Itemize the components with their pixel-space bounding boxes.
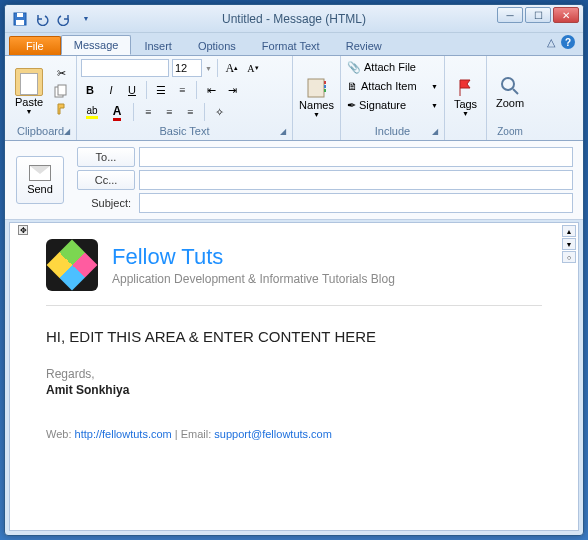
flag-icon [456, 78, 476, 98]
subject-label: Subject: [77, 193, 135, 213]
email-link[interactable]: support@fellowtuts.com [214, 428, 332, 440]
format-painter-icon[interactable] [53, 101, 69, 117]
attach-file-button[interactable]: 📎 Attach File [345, 58, 440, 76]
undo-icon[interactable] [33, 10, 51, 28]
scroll-down-icon[interactable]: ▼ [562, 238, 576, 250]
svg-rect-5 [308, 79, 324, 97]
copy-icon[interactable] [53, 83, 69, 99]
include-launcher-icon[interactable]: ◢ [432, 127, 438, 136]
group-include: 📎 Attach File 🗎 Attach Item ▼ ✒ Signatur… [341, 56, 445, 140]
clear-format-icon[interactable]: ✧ [210, 103, 228, 121]
minimize-ribbon-icon[interactable]: △ [547, 36, 555, 49]
clipboard-launcher-icon[interactable]: ◢ [64, 127, 70, 136]
header-fields: Send To... Cc... Subject: [5, 141, 583, 220]
window-buttons: ─ ☐ ✕ [497, 7, 579, 23]
numbering-icon[interactable]: ≡ [173, 81, 191, 99]
email-content: Fellow Tuts Application Development & In… [10, 223, 578, 457]
cc-input[interactable] [139, 170, 573, 190]
message-body[interactable]: ✥ ▲ ▼ ○ Fellow Tuts Application Developm… [9, 222, 579, 531]
basic-text-launcher-icon[interactable]: ◢ [280, 127, 286, 136]
cc-button[interactable]: Cc... [77, 170, 135, 190]
browse-object-icon[interactable]: ○ [562, 251, 576, 263]
svg-rect-8 [324, 89, 326, 92]
app-window: ▼ Untitled - Message (HTML) ─ ☐ ✕ File M… [4, 4, 584, 536]
tab-insert[interactable]: Insert [131, 36, 185, 55]
web-link[interactable]: http://fellowtuts.com [75, 428, 172, 440]
titlebar: ▼ Untitled - Message (HTML) ─ ☐ ✕ [5, 5, 583, 33]
help-icon[interactable]: ? [561, 35, 575, 49]
divider [46, 305, 542, 306]
tab-review[interactable]: Review [333, 36, 395, 55]
tab-options[interactable]: Options [185, 36, 249, 55]
tags-group-label [449, 136, 482, 138]
signature-button[interactable]: ✒ Signature ▼ [345, 96, 440, 114]
tags-label: Tags [454, 98, 477, 110]
align-right-icon[interactable]: ≡ [181, 103, 199, 121]
subject-input[interactable] [139, 193, 573, 213]
clipboard-group-label: Clipboard [17, 125, 64, 137]
bold-button[interactable]: B [81, 81, 99, 99]
group-names: Names ▼ [293, 56, 341, 140]
svg-rect-2 [17, 13, 23, 17]
attach-file-label: Attach File [364, 61, 416, 73]
font-size-select[interactable] [172, 59, 202, 77]
tags-button[interactable]: Tags ▼ [449, 65, 482, 129]
paperclip-icon: 📎 [347, 61, 361, 74]
paste-button[interactable]: Paste ▼ [9, 59, 49, 123]
paste-dropdown-icon: ▼ [26, 108, 33, 115]
redo-icon[interactable] [55, 10, 73, 28]
brand-name: Fellow Tuts [112, 244, 395, 270]
increase-indent-icon[interactable]: ⇥ [223, 81, 241, 99]
group-zoom: Zoom Zoom [487, 56, 533, 140]
svg-rect-6 [324, 81, 326, 84]
group-tags: Tags ▼ [445, 56, 487, 140]
underline-button[interactable]: U [123, 81, 141, 99]
qat-dropdown-icon[interactable]: ▼ [77, 10, 95, 28]
attach-item-button[interactable]: 🗎 Attach Item ▼ [345, 77, 440, 95]
italic-button[interactable]: I [102, 81, 120, 99]
footer-line: Web: http://fellowtuts.com | Email: supp… [46, 427, 542, 441]
brand-logo [46, 239, 98, 291]
window-title: Untitled - Message (HTML) [222, 12, 366, 26]
tab-format-text[interactable]: Format Text [249, 36, 333, 55]
group-clipboard: Paste ▼ ✂ Clipboard◢ [5, 56, 77, 140]
svg-rect-7 [324, 85, 326, 88]
align-center-icon[interactable]: ≡ [160, 103, 178, 121]
to-button[interactable]: To... [77, 147, 135, 167]
to-input[interactable] [139, 147, 573, 167]
close-button[interactable]: ✕ [553, 7, 579, 23]
scroll-up-icon[interactable]: ▲ [562, 225, 576, 237]
align-left-icon[interactable]: ≡ [139, 103, 157, 121]
basic-text-group-label: Basic Text [160, 125, 210, 137]
table-move-handle-icon[interactable]: ✥ [18, 225, 28, 235]
signature-name: Amit Sonkhiya [46, 383, 542, 397]
content-placeholder: HI, EDIT THIS AREA & ENTER CONTENT HERE [46, 328, 542, 345]
highlight-color-button[interactable]: ab [81, 103, 103, 121]
tags-dropdown-icon: ▼ [462, 110, 469, 117]
cut-icon[interactable]: ✂ [53, 65, 69, 81]
maximize-button[interactable]: ☐ [525, 7, 551, 23]
font-color-button[interactable]: A [106, 103, 128, 121]
email-label: | Email: [172, 428, 215, 440]
grow-font-icon[interactable]: A▴ [223, 59, 241, 77]
save-icon[interactable] [11, 10, 29, 28]
font-size-dropdown-icon[interactable]: ▼ [205, 65, 212, 72]
tab-file[interactable]: File [9, 36, 61, 55]
font-family-select[interactable] [81, 59, 169, 77]
names-button[interactable]: Names ▼ [297, 65, 336, 129]
regards-text: Regards, [46, 367, 542, 381]
zoom-button[interactable]: Zoom [491, 60, 529, 124]
address-book-icon [306, 77, 328, 99]
names-label: Names [299, 99, 334, 111]
clipboard-icon [15, 68, 43, 96]
send-label: Send [27, 183, 53, 195]
minimize-button[interactable]: ─ [497, 7, 523, 23]
tab-message[interactable]: Message [61, 35, 132, 55]
bullets-icon[interactable]: ☰ [152, 81, 170, 99]
svg-rect-4 [58, 85, 66, 95]
send-button[interactable]: Send [16, 156, 64, 204]
shrink-font-icon[interactable]: A▾ [244, 59, 262, 77]
decrease-indent-icon[interactable]: ⇤ [202, 81, 220, 99]
attach-item-label: Attach Item [361, 80, 417, 92]
ribbon-tabs: File Message Insert Options Format Text … [5, 33, 583, 55]
